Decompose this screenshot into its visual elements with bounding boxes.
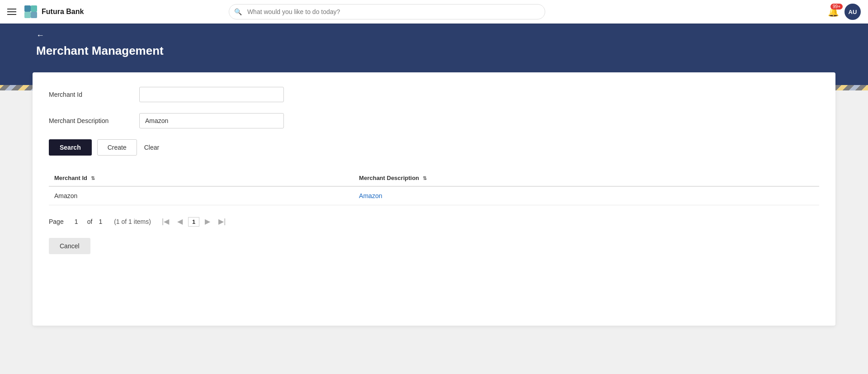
search-button[interactable]: Search	[49, 139, 92, 156]
hamburger-menu-icon[interactable]	[7, 9, 16, 15]
first-page-button[interactable]: |◀	[159, 216, 172, 227]
create-button[interactable]: Create	[97, 139, 137, 156]
col-merchant-id[interactable]: Merchant Id ⇅	[49, 170, 354, 186]
form-buttons-row: Search Create Clear	[49, 139, 819, 156]
global-search-input[interactable]	[229, 4, 545, 19]
cell-merchant-description[interactable]: Amazon	[354, 186, 819, 205]
sort-merchant-id-icon: ⇅	[91, 175, 95, 181]
current-page-input[interactable]	[68, 218, 85, 225]
prev-page-button[interactable]: ◀	[175, 216, 185, 227]
merchant-description-label: Merchant Description	[49, 117, 130, 124]
page-number-button[interactable]: 1	[188, 217, 199, 227]
next-page-button[interactable]: ▶	[202, 216, 213, 227]
items-info: (1 of 1 items)	[114, 218, 151, 225]
nav-right: 🔔 99+ AU	[828, 4, 861, 20]
svg-rect-3	[31, 12, 37, 18]
brand-logo	[24, 5, 38, 19]
page-title: Merchant Management	[36, 44, 832, 58]
user-avatar[interactable]: AU	[844, 4, 861, 20]
search-icon: 🔍	[234, 8, 242, 15]
table-row: Amazon Amazon	[49, 186, 819, 205]
merchant-description-row: Merchant Description	[49, 113, 819, 128]
notification-badge: 99+	[830, 4, 843, 9]
clear-button[interactable]: Clear	[142, 140, 161, 155]
total-pages: 1	[99, 218, 102, 225]
notifications-bell[interactable]: 🔔 99+	[828, 6, 839, 17]
global-search-bar: 🔍	[229, 4, 545, 19]
col-merchant-description[interactable]: Merchant Description ⇅	[354, 170, 819, 186]
back-arrow-button[interactable]: ←	[36, 31, 44, 40]
page-label: Page	[49, 218, 64, 225]
cancel-button[interactable]: Cancel	[49, 238, 90, 254]
results-table: Merchant Id ⇅ Merchant Description ⇅ Ama…	[49, 170, 819, 205]
svg-rect-0	[24, 5, 31, 12]
table-body: Amazon Amazon	[49, 186, 819, 205]
svg-rect-2	[24, 12, 31, 18]
svg-rect-1	[31, 5, 37, 12]
topnav: Futura Bank 🔍 🔔 99+ AU	[0, 0, 868, 24]
brand-name: Futura Bank	[42, 8, 84, 16]
merchant-description-input[interactable]	[139, 113, 284, 128]
main-content-card: Merchant Id Merchant Description Search …	[33, 72, 835, 326]
table-header: Merchant Id ⇅ Merchant Description ⇅	[49, 170, 819, 186]
merchant-id-input[interactable]	[139, 87, 284, 102]
brand: Futura Bank	[24, 5, 84, 19]
merchant-id-row: Merchant Id	[49, 87, 819, 102]
sort-merchant-desc-icon: ⇅	[423, 175, 427, 181]
cancel-row: Cancel	[49, 227, 819, 254]
merchant-id-label: Merchant Id	[49, 91, 130, 98]
last-page-button[interactable]: ▶|	[216, 216, 228, 227]
pagination-row: Page of 1 (1 of 1 items) |◀ ◀ 1 ▶ ▶|	[49, 216, 819, 227]
of-label: of	[87, 218, 93, 225]
cell-merchant-id: Amazon	[49, 186, 354, 205]
